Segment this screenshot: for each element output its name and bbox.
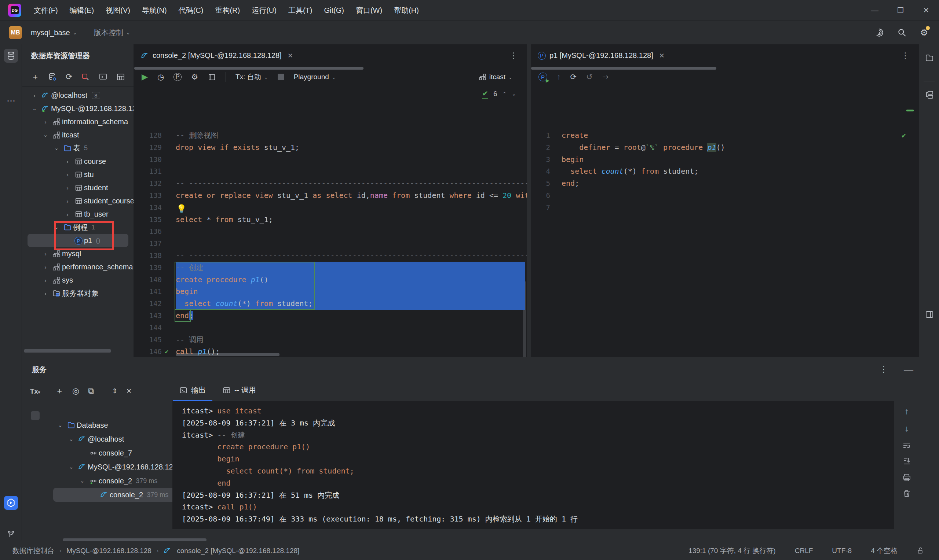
tab-p1[interactable]: P p1 [MySQL-@192.168.128.128] ✕ — [531, 45, 671, 67]
ai-assistant-icon[interactable] — [874, 28, 884, 37]
soft-wrap-icon[interactable] — [902, 441, 911, 450]
encoding[interactable]: UTF-8 — [832, 547, 852, 555]
tree-item-tb_user[interactable]: ›tb_user — [22, 208, 134, 221]
output-console[interactable]: itcast> use itcast[2025-08-09 16:37:21] … — [173, 401, 894, 529]
menu-重构R[interactable]: 重构(R) — [209, 3, 246, 18]
search-icon[interactable] — [897, 28, 907, 37]
disconnect-icon[interactable] — [81, 72, 90, 82]
files-tool-window-button[interactable] — [922, 51, 936, 65]
output-tab---调用[interactable]: -- 调用 — [216, 381, 263, 401]
tree-item-student_course[interactable]: ›student_course — [22, 194, 134, 208]
menu-运行U[interactable]: 运行(U) — [246, 3, 282, 18]
menu-GitG[interactable]: Git(G) — [318, 4, 350, 17]
tab-close-icon[interactable]: ✕ — [288, 52, 293, 60]
breadcrumb-item[interactable]: MySQL-@192.168.128.128 — [66, 547, 151, 555]
more-tool-windows-icon[interactable]: ⋯ — [4, 94, 18, 108]
expand-chevron-icon[interactable]: ⌄ — [51, 224, 62, 231]
expand-chevron-icon[interactable]: › — [40, 251, 51, 257]
expand-chevron-icon[interactable]: ⌄ — [55, 422, 66, 428]
menu-视图V[interactable]: 视图(V) — [100, 3, 136, 18]
tree-item-student[interactable]: ›student — [22, 181, 134, 194]
services-tool-window-button[interactable] — [4, 496, 18, 510]
execute-icon[interactable]: ▶ — [142, 72, 148, 82]
expand-chevron-icon[interactable]: ⌄ — [66, 464, 77, 470]
minimize-button[interactable]: — — [862, 0, 888, 20]
show-services-icon[interactable]: ◎ — [72, 386, 79, 396]
next-problem-icon[interactable]: ⌄ — [512, 91, 516, 97]
structure-tool-window-button[interactable] — [922, 88, 936, 102]
breadcrumb-item[interactable]: console_2 [MySQL-@192.168.128.128] — [177, 547, 299, 555]
expand-chevron-icon[interactable]: › — [62, 185, 73, 191]
expand-all-icon[interactable]: ⇕ — [112, 387, 117, 395]
tree-item-表[interactable]: ⌄表5 — [22, 142, 134, 155]
parameters-icon[interactable]: P — [174, 73, 182, 81]
tabbar-scroll-indicator[interactable] — [134, 67, 364, 70]
stop-icon[interactable] — [278, 74, 284, 80]
tab-close-icon[interactable]: ✕ — [659, 52, 665, 60]
expand-chevron-icon[interactable]: › — [40, 290, 51, 297]
git-tool-window-button[interactable] — [4, 528, 18, 541]
expand-chevron-icon[interactable]: › — [62, 172, 73, 178]
run-procedure-icon[interactable]: P▶ — [538, 72, 547, 82]
breadcrumb-item[interactable]: 数据库控制台 — [12, 546, 54, 555]
tree-item-p1[interactable]: Pp1() — [28, 234, 128, 247]
tx-toggle[interactable]: Tx▾ — [30, 388, 40, 395]
in-editor-results-icon[interactable] — [208, 73, 216, 82]
maximize-button[interactable]: ❐ — [888, 0, 913, 20]
history-icon[interactable]: ◷ — [157, 72, 164, 82]
menu-帮助H[interactable]: 帮助(H) — [388, 3, 425, 18]
collapse-all-icon[interactable]: ✕ — [126, 387, 132, 395]
editor-right-tab-menu-icon[interactable]: ⋮ — [901, 51, 909, 60]
layout-tool-window-button[interactable] — [922, 308, 936, 322]
menu-导航N[interactable]: 导航(N) — [136, 3, 173, 18]
expand-chevron-icon[interactable]: › — [62, 158, 73, 165]
tabbar-scroll-indicator[interactable] — [531, 67, 716, 70]
print-icon[interactable] — [902, 473, 911, 482]
expand-chevron-icon[interactable]: ⌄ — [51, 145, 62, 151]
explorer-hscrollbar[interactable] — [24, 349, 111, 352]
add-service-icon[interactable]: ＋ — [56, 386, 63, 397]
schema-selector[interactable]: itcast⌄ — [479, 73, 512, 81]
inspection-widget[interactable]: ✔ 6 ⌃ ⌄ — [482, 89, 516, 98]
caret-position[interactable]: 139:1 (70 字符, 4 行 换行符) — [688, 546, 776, 555]
expand-chevron-icon[interactable]: › — [62, 211, 73, 217]
datasource-settings-icon[interactable] — [48, 72, 57, 82]
vcs-selector[interactable]: 版本控制⌄ — [90, 26, 134, 40]
tree-item-MySQL-@192.168.128.128[interactable]: ⌄MySQL-@192.168.128.128 — [22, 102, 134, 115]
add-datasource-icon[interactable]: ＋ — [31, 71, 39, 83]
menu-编辑E[interactable]: 编辑(E) — [64, 3, 100, 18]
menu-代码C[interactable]: 代码(C) — [173, 3, 210, 18]
tree-item-itcast[interactable]: ⌄itcast — [22, 128, 134, 142]
editor-left-code[interactable]: 128-- 删除视图129drop view if exists stu_v_1… — [134, 129, 527, 357]
readonly-lock-icon[interactable] — [917, 547, 924, 554]
output-tab-输出[interactable]: 输出 — [173, 381, 212, 401]
expand-chevron-icon[interactable]: ⌄ — [77, 477, 88, 484]
expand-chevron-icon[interactable]: › — [40, 264, 51, 270]
refresh-icon[interactable]: ⟳ — [570, 72, 577, 82]
console-settings-gear-icon[interactable]: ⚙ — [191, 72, 198, 82]
table-view-icon[interactable] — [116, 72, 125, 82]
editor-right-code[interactable]: 1create✔2 definer = root@`%` procedure p… — [531, 129, 919, 357]
settings-gear-icon[interactable]: ⚙ — [920, 28, 928, 38]
project-selector[interactable]: mysql_base⌄ — [27, 26, 81, 39]
refresh-icon[interactable]: ⟳ — [66, 72, 72, 82]
tree-item-服务器对象[interactable]: ›服务器对象 — [22, 286, 134, 300]
menu-工具T[interactable]: 工具(T) — [282, 3, 318, 18]
expand-chevron-icon[interactable]: ⌄ — [66, 436, 77, 442]
tree-item-例程[interactable]: ⌄例程1 — [22, 221, 134, 234]
indent-setting[interactable]: 4 个空格 — [871, 546, 897, 555]
scroll-down-icon[interactable]: ↓ — [905, 424, 909, 434]
tree-item-console_2[interactable]: console_2379 ms — [53, 488, 190, 502]
tree-item-information_schema[interactable]: ›information_schema — [22, 115, 134, 128]
open-each-in-new-tab-icon[interactable]: ⧉ — [88, 386, 94, 396]
jump-to-console-icon[interactable] — [99, 72, 108, 82]
tree-item-@localhost[interactable]: ›@localhost8 — [22, 89, 134, 102]
services-minimize-icon[interactable]: — — [904, 364, 913, 375]
scroll-to-end-icon[interactable] — [902, 457, 911, 466]
profile-selector[interactable]: Playground⌄ — [294, 73, 336, 81]
intention-bulb-icon[interactable]: 💡 — [176, 204, 187, 214]
expand-chevron-icon[interactable]: › — [40, 119, 51, 125]
menu-文件F[interactable]: 文件(F) — [28, 3, 64, 18]
menu-窗口W[interactable]: 窗口(W) — [350, 3, 388, 18]
tx-mode-selector[interactable]: Tx: 自动⌄ — [236, 72, 268, 82]
